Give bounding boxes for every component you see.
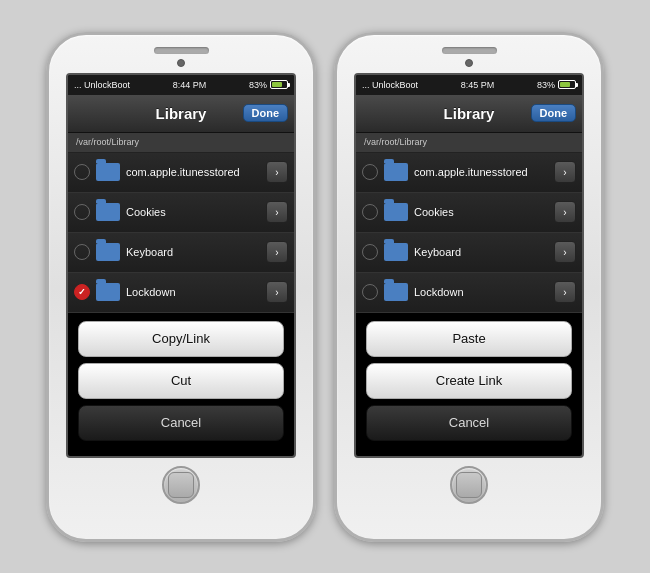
- phone-2: ... UnlockBoot 8:45 PM 83% Library Done …: [334, 32, 604, 542]
- folder-icon: [96, 243, 120, 261]
- chevron-right-icon[interactable]: ›: [266, 201, 288, 223]
- home-button-inner: [168, 472, 194, 498]
- create-link-button[interactable]: Create Link: [366, 363, 572, 399]
- carrier-label-2: ... UnlockBoot: [362, 80, 418, 90]
- file-name: Cookies: [414, 206, 554, 218]
- status-bar: ... UnlockBoot 8:44 PM 83%: [68, 75, 294, 95]
- home-button-inner-2: [456, 472, 482, 498]
- file-list-1: com.apple.itunesstored › Cookies › Keybo…: [68, 153, 294, 313]
- time-label-2: 8:45 PM: [461, 80, 495, 90]
- radio-3[interactable]: [74, 244, 90, 260]
- battery-icon: [270, 80, 288, 89]
- action-area-2: Paste Create Link Cancel: [356, 313, 582, 449]
- table-row[interactable]: com.apple.itunesstored ›: [68, 153, 294, 193]
- phone-1-top: [59, 47, 303, 67]
- chevron-right-icon[interactable]: ›: [554, 281, 576, 303]
- battery-icon-2: [558, 80, 576, 89]
- table-row[interactable]: com.apple.itunesstored ›: [356, 153, 582, 193]
- path-bar-1: /var/root/Library: [68, 133, 294, 153]
- radio-2[interactable]: [74, 204, 90, 220]
- radio-p2-2[interactable]: [362, 204, 378, 220]
- radio-p2-4[interactable]: [362, 284, 378, 300]
- folder-icon: [384, 203, 408, 221]
- nav-bar-2: Library Done: [356, 95, 582, 133]
- file-name: Cookies: [126, 206, 266, 218]
- file-name: Keyboard: [126, 246, 266, 258]
- chevron-right-icon[interactable]: ›: [266, 241, 288, 263]
- battery-pct-label: 83%: [249, 80, 267, 90]
- phone-1-screen: ... UnlockBoot 8:44 PM 83% Library Done …: [66, 73, 296, 458]
- battery-fill-2: [560, 82, 571, 87]
- chevron-right-icon[interactable]: ›: [266, 281, 288, 303]
- phone-2-top: [347, 47, 591, 67]
- cancel-button-2[interactable]: Cancel: [366, 405, 572, 441]
- path-bar-2: /var/root/Library: [356, 133, 582, 153]
- action-area-1: Copy/Link Cut Cancel: [68, 313, 294, 449]
- table-row[interactable]: Cookies ›: [68, 193, 294, 233]
- radio-4-checked[interactable]: [74, 284, 90, 300]
- speaker-icon: [442, 47, 497, 54]
- nav-title-1: Library: [156, 105, 207, 122]
- home-button-2[interactable]: [450, 466, 488, 504]
- table-row[interactable]: Keyboard ›: [356, 233, 582, 273]
- folder-icon: [384, 163, 408, 181]
- file-list-2: com.apple.itunesstored › Cookies › Keybo…: [356, 153, 582, 313]
- path-label-1: /var/root/Library: [76, 137, 139, 147]
- done-button-2[interactable]: Done: [531, 104, 577, 122]
- file-name: com.apple.itunesstored: [414, 166, 554, 178]
- copy-link-button[interactable]: Copy/Link: [78, 321, 284, 357]
- file-name: Lockdown: [414, 286, 554, 298]
- folder-icon: [384, 243, 408, 261]
- folder-icon: [96, 163, 120, 181]
- done-button-1[interactable]: Done: [243, 104, 289, 122]
- carrier-label: ... UnlockBoot: [74, 80, 130, 90]
- folder-icon: [96, 203, 120, 221]
- phone-1: ... UnlockBoot 8:44 PM 83% Library Done …: [46, 32, 316, 542]
- nav-bar-1: Library Done: [68, 95, 294, 133]
- nav-title-2: Library: [444, 105, 495, 122]
- phone-2-screen: ... UnlockBoot 8:45 PM 83% Library Done …: [354, 73, 584, 458]
- time-label: 8:44 PM: [173, 80, 207, 90]
- path-label-2: /var/root/Library: [364, 137, 427, 147]
- chevron-right-icon[interactable]: ›: [554, 161, 576, 183]
- cut-button[interactable]: Cut: [78, 363, 284, 399]
- file-name: Lockdown: [126, 286, 266, 298]
- battery-fill: [272, 82, 283, 87]
- table-row[interactable]: Lockdown ›: [356, 273, 582, 313]
- folder-icon: [384, 283, 408, 301]
- chevron-right-icon[interactable]: ›: [554, 201, 576, 223]
- speaker-icon: [154, 47, 209, 54]
- radio-1[interactable]: [74, 164, 90, 180]
- file-name: Keyboard: [414, 246, 554, 258]
- table-row[interactable]: Keyboard ›: [68, 233, 294, 273]
- paste-button[interactable]: Paste: [366, 321, 572, 357]
- radio-p2-3[interactable]: [362, 244, 378, 260]
- folder-icon: [96, 283, 120, 301]
- chevron-right-icon[interactable]: ›: [554, 241, 576, 263]
- radio-p2-1[interactable]: [362, 164, 378, 180]
- camera-icon: [465, 59, 473, 67]
- battery-pct-label-2: 83%: [537, 80, 555, 90]
- home-button-1[interactable]: [162, 466, 200, 504]
- cancel-button-1[interactable]: Cancel: [78, 405, 284, 441]
- status-bar-2: ... UnlockBoot 8:45 PM 83%: [356, 75, 582, 95]
- chevron-right-icon[interactable]: ›: [266, 161, 288, 183]
- file-name: com.apple.itunesstored: [126, 166, 266, 178]
- table-row[interactable]: Lockdown ›: [68, 273, 294, 313]
- scene: ... UnlockBoot 8:44 PM 83% Library Done …: [46, 32, 604, 542]
- camera-icon: [177, 59, 185, 67]
- table-row[interactable]: Cookies ›: [356, 193, 582, 233]
